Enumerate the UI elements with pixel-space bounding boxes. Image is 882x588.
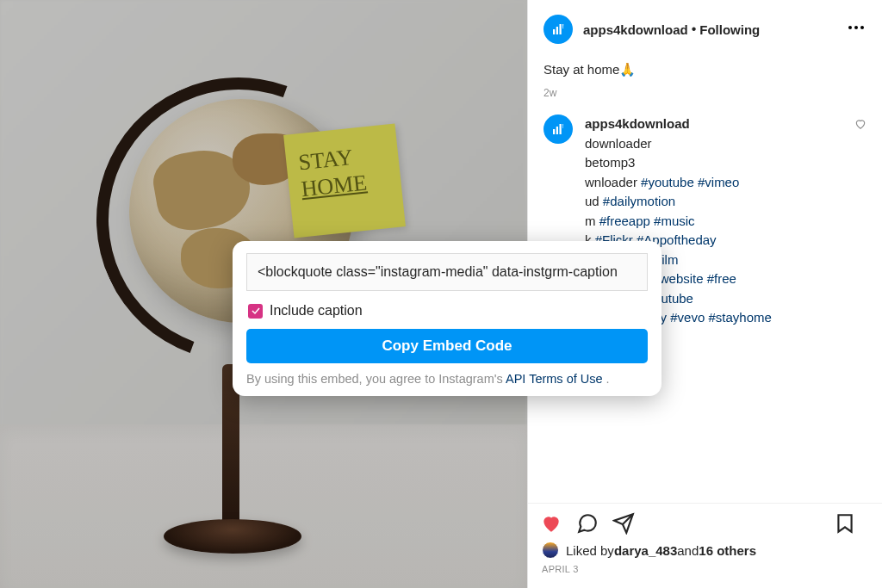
copy-embed-button[interactable]: Copy Embed Code	[246, 329, 648, 363]
hashtag-link[interactable]: #vevo	[670, 310, 705, 325]
hashtag-link[interactable]: #stayhome	[708, 310, 771, 325]
svg-rect-9	[560, 124, 562, 134]
svg-rect-2	[560, 24, 562, 34]
liker-avatar	[542, 542, 559, 559]
separator-dot: •	[692, 22, 697, 37]
embed-modal: Include caption Copy Embed Code By using…	[233, 241, 662, 396]
svg-rect-0	[553, 29, 555, 34]
author-avatar[interactable]: !	[543, 15, 573, 44]
caption-time: 2w	[543, 87, 866, 99]
check-icon	[251, 306, 261, 316]
svg-rect-7	[553, 129, 555, 134]
post-date: APRIL 3	[528, 564, 882, 588]
svg-rect-8	[556, 127, 558, 134]
svg-point-6	[860, 26, 864, 29]
like-button[interactable]	[540, 512, 562, 538]
bars-icon: !	[550, 22, 566, 37]
likes-prefix: Liked by	[566, 543, 614, 558]
embed-terms: By using this embed, you agree to Instag…	[246, 372, 648, 386]
like-comment-button[interactable]	[854, 118, 866, 353]
heart-outline-icon	[854, 118, 866, 130]
hashtag-link[interactable]: #freeapp	[599, 214, 650, 228]
comment-username[interactable]: apps4kdownload	[585, 116, 690, 131]
bookmark-icon	[834, 512, 856, 535]
comment-avatar[interactable]: !	[543, 115, 573, 144]
hashtag-link[interactable]: #dailymotion	[603, 194, 675, 208]
svg-text:!: !	[562, 23, 564, 29]
more-options-button[interactable]	[837, 12, 875, 46]
post-header: ! apps4kdownload • Following	[528, 0, 882, 59]
heart-filled-icon	[540, 512, 562, 535]
follow-state[interactable]: Following	[699, 22, 760, 37]
include-caption-label: Include caption	[270, 303, 363, 319]
include-caption-checkbox[interactable]	[248, 304, 263, 319]
comment-button[interactable]	[576, 512, 599, 538]
liker-username[interactable]: darya_483	[614, 543, 677, 558]
post-caption: YouTube to MP3. Stay healthy!🙏 Stay at h…	[543, 59, 866, 99]
bars-icon: !	[550, 121, 566, 137]
likes-mid: and	[677, 543, 699, 558]
stay-home-text: Stay at home	[543, 62, 619, 77]
app-root: STAY HOME ! apps4kdownload • Following Y…	[0, 0, 882, 588]
pray-emoji-icon: 🙏	[619, 62, 636, 77]
share-button[interactable]	[612, 512, 635, 538]
svg-point-4	[848, 26, 852, 29]
hashtag-link[interactable]: #vimeo	[698, 175, 739, 189]
speech-bubble-icon	[576, 512, 599, 535]
api-terms-link[interactable]: API Terms of Use	[506, 372, 603, 386]
hashtag-link[interactable]: #music	[654, 214, 695, 228]
save-button[interactable]	[834, 512, 856, 538]
svg-text:!: !	[562, 123, 564, 129]
svg-point-5	[854, 26, 858, 29]
action-bar	[528, 504, 882, 542]
svg-rect-1	[556, 27, 558, 34]
hashtag-link[interactable]: #free	[707, 271, 736, 286]
hashtag-link[interactable]: #youtube	[641, 175, 694, 189]
embed-code-input[interactable]	[246, 253, 648, 291]
paper-plane-icon	[612, 512, 635, 535]
dots-icon	[846, 17, 866, 38]
likes-summary[interactable]: Liked by darya_483 and 16 others	[528, 542, 882, 564]
likes-count[interactable]: 16 others	[699, 543, 756, 558]
author-username[interactable]: apps4kdownload	[583, 22, 688, 37]
